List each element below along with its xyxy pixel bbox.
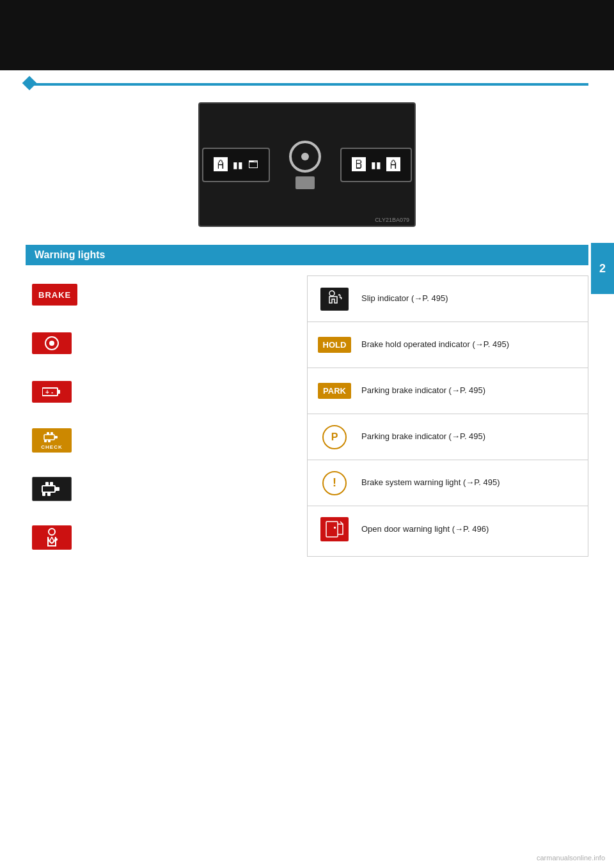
cluster-left-icon3: 🗔 — [248, 159, 258, 171]
battery-badge: + - — [32, 381, 72, 403]
p-circle-icon-container: P — [317, 425, 352, 449]
cluster-right-icon1: 🅱 — [352, 157, 366, 173]
svg-rect-12 — [45, 482, 49, 486]
door-icon — [325, 520, 344, 538]
svg-rect-21 — [326, 522, 338, 537]
svg-rect-14 — [42, 492, 45, 496]
svg-rect-15 — [47, 492, 51, 496]
svg-text:-: - — [51, 389, 53, 396]
brake-system-badge: ! — [322, 471, 347, 495]
main-content: 🅰 ▮▮ 🗔 🅱 ▮▮ 🅰 CLY21BA0 — [26, 86, 588, 557]
oil-inner-dot — [49, 341, 54, 346]
parking-brake-p-item: P Parking brake indicator (→P. 495) — [308, 414, 588, 460]
park-icon-container: PARK — [317, 383, 352, 399]
open-door-item: Open door warning light (→P. 496) — [308, 506, 588, 552]
instrument-cluster-image: 🅰 ▮▮ 🗔 🅱 ▮▮ 🅰 CLY21BA0 — [198, 102, 416, 227]
svg-rect-22 — [334, 527, 336, 529]
warning-battery: + - — [32, 373, 288, 411]
svg-rect-1 — [58, 390, 60, 394]
warning-lights-right-column: Slip indicator (→P. 495) HOLD Brake hold… — [307, 275, 588, 557]
check-engine-badge: CHECK — [32, 428, 72, 453]
park-badge: PARK — [318, 383, 351, 399]
steering-wheel-area — [289, 141, 321, 189]
engine-large-icon — [41, 481, 63, 497]
svg-rect-10 — [42, 486, 55, 492]
seatbelt-icon — [43, 528, 61, 547]
bottom-watermark: carmanualsonline.info — [537, 854, 605, 862]
oil-circle-icon — [45, 336, 59, 350]
blue-header-bar — [26, 83, 588, 86]
top-black-bar — [0, 0, 614, 70]
warning-lights-grid: BRAKE + - — [26, 275, 588, 557]
svg-rect-11 — [55, 487, 59, 491]
brake-system-icon-container: ! — [317, 471, 352, 495]
open-door-description: Open door warning light (→P. 496) — [361, 523, 579, 535]
svg-rect-0 — [42, 388, 58, 396]
warning-oil-pressure — [32, 324, 288, 362]
cluster-display: 🅰 ▮▮ 🗔 🅱 ▮▮ 🅰 — [202, 141, 412, 189]
door-badge — [320, 517, 349, 541]
warning-check-engine: CHECK — [32, 421, 288, 460]
seatbelt-badge — [32, 525, 72, 550]
steering-hub — [301, 153, 309, 160]
hold-icon-container: HOLD — [317, 337, 352, 353]
svg-point-20 — [329, 291, 335, 296]
parking-brake-park-item: PARK Parking brake indicator (→P. 495) — [308, 368, 588, 414]
warning-seatbelt — [32, 518, 288, 557]
svg-rect-5 — [54, 436, 58, 438]
check-text: CHECK — [41, 444, 62, 450]
door-icon-container — [317, 517, 352, 541]
instrument-image-container: 🅰 ▮▮ 🗔 🅱 ▮▮ 🅰 CLY21BA0 — [26, 102, 588, 227]
cluster-right-panel: 🅱 ▮▮ 🅰 — [340, 148, 412, 182]
hold-badge: HOLD — [318, 337, 352, 353]
steering-column — [295, 176, 315, 189]
cluster-left-icon2: ▮▮ — [233, 160, 243, 170]
warning-brake: BRAKE — [32, 275, 288, 314]
oil-pressure-badge — [32, 332, 72, 354]
cluster-left-icon1: 🅰 — [214, 157, 228, 173]
brake-system-description: Brake system warning light (→P. 495) — [361, 477, 579, 488]
brake-hold-item: HOLD Brake hold operated indicator (→P. … — [308, 322, 588, 368]
svg-rect-8 — [44, 440, 47, 442]
side-tab-number: 2 — [591, 243, 614, 294]
brake-badge: BRAKE — [32, 284, 77, 306]
slip-icon — [324, 290, 345, 308]
svg-rect-4 — [44, 435, 54, 440]
svg-line-18 — [52, 537, 54, 542]
svg-rect-6 — [47, 432, 49, 435]
svg-rect-9 — [48, 440, 51, 442]
cluster-right-icon3: 🅰 — [386, 157, 400, 173]
svg-text:+: + — [45, 389, 49, 396]
svg-point-16 — [49, 529, 55, 535]
battery-icon: + - — [42, 386, 61, 398]
parking-brake-p-description: Parking brake indicator (→P. 495) — [361, 431, 579, 442]
slip-badge — [320, 288, 349, 311]
svg-point-19 — [55, 538, 58, 541]
svg-rect-13 — [50, 482, 53, 486]
slip-icon-container — [317, 288, 352, 311]
warning-lights-left-column: BRAKE + - — [26, 275, 307, 557]
brake-hold-description: Brake hold operated indicator (→P. 495) — [361, 339, 579, 350]
brake-system-item: ! Brake system warning light (→P. 495) — [308, 460, 588, 506]
cluster-left-panel: 🅰 ▮▮ 🗔 — [202, 148, 270, 182]
p-circle-badge: P — [322, 425, 347, 449]
steering-wheel — [289, 141, 321, 173]
warning-lights-header: Warning lights — [26, 245, 588, 265]
slip-description: Slip indicator (→P. 495) — [361, 293, 579, 304]
engine-large-badge — [32, 477, 72, 501]
svg-line-17 — [49, 537, 52, 542]
image-caption: CLY21BA079 — [375, 217, 409, 223]
slip-indicator-item: Slip indicator (→P. 495) — [308, 276, 588, 322]
svg-rect-7 — [51, 432, 53, 435]
warning-engine-large — [32, 470, 288, 508]
engine-check-icon — [43, 431, 61, 444]
cluster-right-icon2: ▮▮ — [371, 160, 381, 170]
parking-brake-park-description: Parking brake indicator (→P. 495) — [361, 385, 579, 396]
